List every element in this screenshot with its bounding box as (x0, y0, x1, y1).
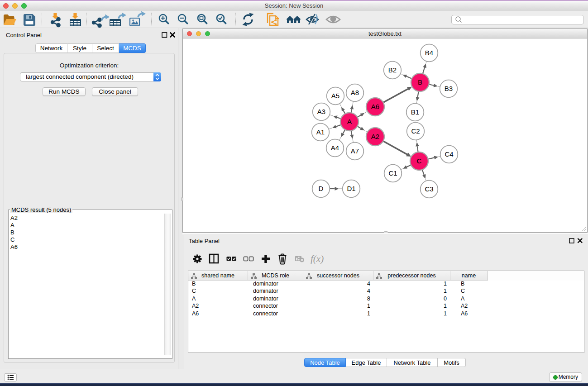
svg-text:A8: A8 (351, 89, 359, 96)
svg-text:B3: B3 (445, 85, 453, 92)
svg-text:B1: B1 (411, 108, 419, 116)
svg-text:A6: A6 (371, 103, 379, 110)
svg-text:A7: A7 (351, 147, 359, 155)
svg-text:C3: C3 (425, 185, 433, 193)
svg-text:A1: A1 (316, 128, 325, 136)
svg-text:B2: B2 (388, 66, 397, 74)
svg-text:D1: D1 (347, 185, 355, 192)
svg-text:A4: A4 (331, 144, 339, 152)
svg-text:A2: A2 (371, 133, 379, 140)
svg-text:A3: A3 (317, 108, 325, 115)
svg-text:C: C (417, 157, 422, 165)
svg-text:C2: C2 (411, 127, 420, 135)
svg-text:C4: C4 (445, 150, 453, 158)
svg-text:A5: A5 (331, 92, 339, 100)
svg-text:C1: C1 (388, 169, 397, 177)
svg-text:D: D (319, 185, 324, 192)
svg-text:A: A (347, 118, 352, 125)
svg-text:B4: B4 (425, 49, 433, 57)
svg-text:B: B (418, 78, 422, 86)
svg-text:f(x): f(x) (311, 253, 324, 264)
